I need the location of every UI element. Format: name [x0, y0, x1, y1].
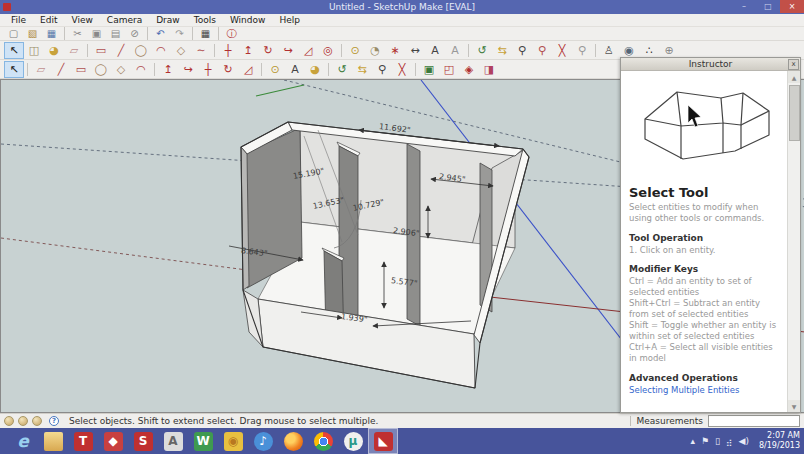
menu-file[interactable]: File: [4, 14, 33, 27]
eraser-button[interactable]: ▱: [64, 42, 84, 59]
rectangle-button[interactable]: ▭: [91, 42, 111, 59]
taskbar-app-t[interactable]: T: [68, 428, 98, 454]
follow-me-button[interactable]: ↪: [278, 42, 298, 59]
close-icon[interactable]: x: [788, 59, 799, 70]
menu-edit[interactable]: Edit: [33, 14, 64, 27]
menu-help[interactable]: Help: [272, 14, 307, 27]
arc-button[interactable]: ◠: [131, 61, 151, 78]
eraser-button[interactable]: ▱: [31, 61, 51, 78]
scroll-down-icon[interactable]: ▼: [788, 400, 801, 412]
taskbar-app-a[interactable]: A: [158, 428, 188, 454]
status-credits-icon[interactable]: [18, 416, 28, 426]
taskbar-app-music[interactable]: ♪: [248, 428, 278, 454]
menu-view[interactable]: View: [65, 14, 100, 27]
taskbar-clock[interactable]: 2:07 AM 8/19/2013: [759, 431, 804, 451]
instructor-scrollbar[interactable]: ▲ ▼: [787, 71, 800, 412]
look-around-button[interactable]: ◉: [619, 42, 639, 59]
new-file-button[interactable]: ▢: [4, 27, 23, 40]
select-button[interactable]: ↖: [4, 42, 24, 59]
rotate-button[interactable]: ↻: [258, 42, 278, 59]
status-claim-icon[interactable]: [32, 416, 42, 426]
taskbar-app-s[interactable]: S: [128, 428, 158, 454]
menu-window[interactable]: Window: [223, 14, 273, 27]
line-button[interactable]: ╱: [51, 61, 71, 78]
arc-button[interactable]: ◠: [151, 42, 171, 59]
maximize-button[interactable]: □: [756, 0, 780, 13]
scale-button[interactable]: ◿: [238, 61, 258, 78]
print-button[interactable]: ▦: [196, 27, 215, 40]
taskbar-app-yellow[interactable]: ◉: [218, 428, 248, 454]
freehand-button[interactable]: ∼: [191, 42, 211, 59]
zoom-window-button[interactable]: ⚲: [532, 42, 552, 59]
save-button[interactable]: ▦: [42, 27, 61, 40]
axes-button[interactable]: ∗: [385, 42, 405, 59]
scroll-thumb[interactable]: [789, 85, 800, 141]
3d-text-button[interactable]: A: [445, 42, 465, 59]
tray-expand-icon[interactable]: ▴: [690, 436, 695, 446]
tape-measure-button[interactable]: ⊙: [265, 61, 285, 78]
pan-button[interactable]: ⇆: [492, 42, 512, 59]
paste-button[interactable]: ▤: [106, 27, 125, 40]
polygon-button[interactable]: ◇: [171, 42, 191, 59]
zoom-button[interactable]: ⚲: [512, 42, 532, 59]
zoom-button[interactable]: ⚲: [372, 61, 392, 78]
status-geolocation-icon[interactable]: [4, 416, 14, 426]
paint-bucket-button[interactable]: ◕: [44, 42, 64, 59]
network-icon[interactable]: ⣴: [726, 436, 733, 446]
selecting-multiple-entities-link[interactable]: Selecting Multiple Entities: [629, 385, 782, 395]
zoom-extents-button[interactable]: ╳: [392, 61, 412, 78]
taskbar-internet-explorer[interactable]: e: [8, 428, 38, 454]
push-pull-button[interactable]: ↥: [238, 42, 258, 59]
polygon-button[interactable]: ◇: [111, 61, 131, 78]
make-component-button[interactable]: ◫: [24, 42, 44, 59]
erase-button[interactable]: ⊘: [125, 27, 144, 40]
text-button[interactable]: A: [425, 42, 445, 59]
taskbar-utorrent[interactable]: µ: [338, 428, 368, 454]
orbit-button[interactable]: ↺: [332, 61, 352, 78]
walk-button[interactable]: ∴: [639, 42, 659, 59]
minimize-button[interactable]: –: [732, 0, 756, 13]
paint-bucket-button[interactable]: ◕: [305, 61, 325, 78]
menu-camera[interactable]: Camera: [100, 14, 149, 27]
status-help-icon[interactable]: ?: [49, 416, 59, 426]
share-model-button[interactable]: ◰: [439, 61, 459, 78]
menu-tools[interactable]: Tools: [187, 14, 223, 27]
line-button[interactable]: ╱: [111, 42, 131, 59]
measurements-input[interactable]: [708, 415, 800, 427]
move-button[interactable]: ┼: [218, 42, 238, 59]
scale-button[interactable]: ◿: [298, 42, 318, 59]
protractor-button[interactable]: ◔: [365, 42, 385, 59]
follow-me-button[interactable]: ↪: [178, 61, 198, 78]
move-button[interactable]: ┼: [198, 61, 218, 78]
select-button[interactable]: ↖: [4, 61, 24, 78]
zoom-previous-button[interactable]: ⚲: [572, 42, 592, 59]
rotate-button[interactable]: ↻: [218, 61, 238, 78]
3d-warehouse-button[interactable]: ◨: [479, 61, 499, 78]
action-center-icon[interactable]: ⚑: [701, 436, 709, 446]
taskbar-firefox[interactable]: [278, 428, 308, 454]
power-icon[interactable]: ▯: [715, 436, 720, 446]
circle-button[interactable]: ◯: [131, 42, 151, 59]
orbit-button[interactable]: ↺: [472, 42, 492, 59]
taskbar-app-w[interactable]: W: [188, 428, 218, 454]
redo-button[interactable]: ↷: [170, 27, 189, 40]
cut-button[interactable]: ✂: [68, 27, 87, 40]
text-button[interactable]: A: [285, 61, 305, 78]
offset-button[interactable]: ◎: [318, 42, 338, 59]
pan-button[interactable]: ⇆: [352, 61, 372, 78]
dimensions-button[interactable]: ↔: [405, 42, 425, 59]
tape-measure-button[interactable]: ⊙: [345, 42, 365, 59]
taskbar-file-explorer[interactable]: [38, 428, 68, 454]
get-models-button[interactable]: ▣: [419, 61, 439, 78]
copy-button[interactable]: ▣: [87, 27, 106, 40]
taskbar-app-diamond[interactable]: ◆: [98, 428, 128, 454]
menu-draw[interactable]: Draw: [149, 14, 187, 27]
model-info-button[interactable]: ⓘ: [222, 27, 241, 40]
zoom-extents-button[interactable]: ╳: [552, 42, 572, 59]
close-button[interactable]: ×: [780, 0, 804, 13]
scroll-up-icon[interactable]: ▲: [788, 71, 801, 83]
components-button[interactable]: ◈: [459, 61, 479, 78]
rectangle-button[interactable]: ▭: [71, 61, 91, 78]
position-camera-button[interactable]: ♙: [599, 42, 619, 59]
instructor-header[interactable]: Instructor x: [621, 58, 800, 71]
